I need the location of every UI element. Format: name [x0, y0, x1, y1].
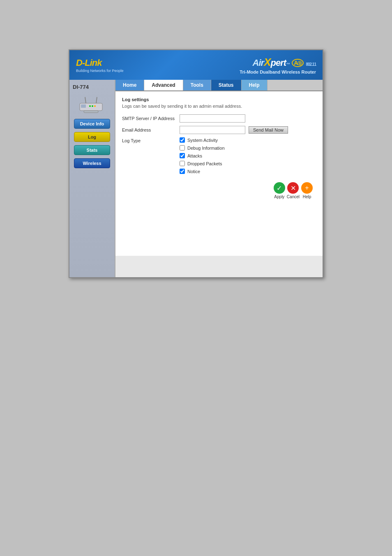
sidebar: DI-774 Device Info Log Stats Wireless — [69, 80, 115, 277]
smtp-row: SMTP Server / IP Address — [122, 114, 316, 123]
air-text: Air — [253, 58, 264, 68]
tab-status[interactable]: Status — [211, 80, 242, 90]
tab-home[interactable]: Home — [115, 80, 144, 90]
section-title: Log settings — [122, 97, 316, 102]
checkbox-debug-information-label: Debug Information — [187, 146, 225, 151]
header: D-Link Building Networks for People AirX… — [69, 50, 323, 80]
checkbox-attacks-label: Attacks — [187, 153, 202, 158]
action-buttons: ✓ Apply ✕ Cancel + Help — [122, 182, 316, 199]
checkbox-system-activity-input[interactable] — [180, 137, 185, 143]
checkbox-debug-information[interactable]: Debug Information — [180, 145, 225, 151]
router-ui: D-Link Building Networks for People AirX… — [69, 49, 323, 278]
checkbox-notice-label: Notice — [187, 169, 200, 174]
brand-link: -Link — [82, 58, 102, 68]
checkboxes-group: System Activity Debug Information Attack… — [180, 137, 225, 174]
tab-advanced[interactable]: Advanced — [144, 80, 183, 90]
content-panel: Log settings Logs can be saved by sendin… — [115, 91, 323, 256]
checkbox-notice[interactable]: Notice — [180, 169, 225, 174]
smtp-input[interactable] — [180, 114, 245, 123]
apply-label: Apply — [274, 195, 284, 199]
device-info-button[interactable]: Device Info — [74, 119, 110, 129]
cancel-label: Cancel — [287, 195, 300, 199]
section-description: Logs can be saved by sending it to an ad… — [122, 104, 316, 109]
tab-tools[interactable]: Tools — [183, 80, 211, 90]
checkbox-attacks[interactable]: Attacks — [180, 153, 225, 158]
pert-text: pert — [270, 58, 286, 68]
log-type-label: Log Type — [122, 137, 180, 174]
product-name: AirXpert™ AⒷ 802.11 — [240, 56, 316, 69]
product-subtitle: Tri-Mode Dualband Wireless Router — [240, 70, 316, 74]
dlink-logo: D-Link Building Networks for People — [76, 58, 124, 73]
nav-tabs: Home Advanced Tools Status Help — [115, 80, 323, 91]
apply-group: ✓ Apply — [274, 182, 285, 199]
content-area: Home Advanced Tools Status Help Log sett… — [115, 80, 323, 277]
help-label: Help — [303, 195, 311, 199]
checkbox-attacks-input[interactable] — [180, 153, 185, 158]
tagline: Building Networks for People — [76, 69, 124, 73]
model-sub: 802.11 — [306, 62, 316, 67]
cancel-group: ✕ Cancel — [287, 182, 300, 199]
product-info: AirXpert™ AⒷ 802.11 Tri-Mode Dualband Wi… — [240, 56, 316, 74]
checkbox-dropped-packets-label: Dropped Packets — [187, 161, 222, 166]
svg-point-4 — [89, 105, 91, 107]
variant-badge: AⒷ — [292, 59, 304, 67]
svg-point-6 — [94, 105, 96, 107]
checkbox-dropped-packets[interactable]: Dropped Packets — [180, 161, 225, 166]
log-type-section: Log Type System Activity Debug Informati… — [122, 137, 316, 174]
cancel-button[interactable]: ✕ — [287, 182, 299, 194]
svg-rect-1 — [81, 104, 86, 108]
send-mail-button[interactable]: Send Mail Now — [249, 126, 288, 134]
help-group: + Help — [301, 182, 313, 199]
tab-help[interactable]: Help — [242, 80, 267, 90]
checkbox-system-activity-label: System Activity — [187, 138, 218, 143]
brand-d: D — [76, 58, 82, 68]
model-label: DI-774 — [73, 84, 89, 90]
svg-rect-7 — [84, 111, 98, 113]
brand-name: D-Link — [76, 58, 124, 68]
wireless-button[interactable]: Wireless — [74, 158, 110, 168]
svg-line-2 — [85, 97, 86, 103]
log-button[interactable]: Log — [74, 132, 110, 142]
email-row: Email Address Send Mail Now — [122, 126, 316, 134]
apply-button[interactable]: ✓ — [274, 182, 285, 194]
x-text: X — [264, 56, 270, 68]
model-num: ™ — [286, 62, 290, 67]
email-label: Email Address — [122, 127, 180, 132]
checkbox-debug-information-input[interactable] — [180, 145, 185, 151]
router-image — [78, 95, 106, 116]
svg-point-5 — [92, 105, 93, 107]
svg-line-3 — [96, 97, 97, 103]
checkbox-dropped-packets-input[interactable] — [180, 161, 185, 166]
email-input[interactable] — [180, 126, 245, 134]
smtp-label: SMTP Server / IP Address — [122, 116, 180, 121]
checkbox-notice-input[interactable] — [180, 169, 185, 174]
stats-button[interactable]: Stats — [74, 145, 110, 155]
main-layout: DI-774 Device Info Log Stats Wireless — [69, 80, 323, 277]
checkbox-system-activity[interactable]: System Activity — [180, 137, 225, 143]
help-button[interactable]: + — [301, 182, 313, 194]
